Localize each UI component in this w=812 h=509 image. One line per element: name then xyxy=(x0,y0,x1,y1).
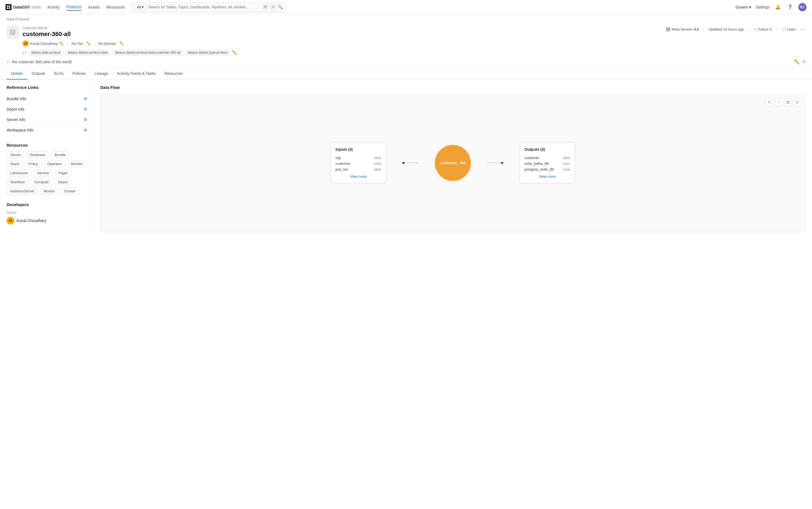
external-link-icon[interactable]: ⧉ xyxy=(84,117,87,122)
learn-button[interactable]: 📄 Learn xyxy=(781,27,796,31)
user-avatar[interactable]: KC xyxy=(798,3,807,11)
output-row-postgres: postgres_write_99 table xyxy=(525,166,570,172)
external-link-icon[interactable]: ⧉ xyxy=(84,107,87,111)
settings-link[interactable]: Settings xyxy=(755,4,770,10)
follow-button[interactable]: ☆ Follow 2 xyxy=(754,27,772,31)
connector-line-right xyxy=(487,163,501,163)
owner-avatar: 🎮 xyxy=(23,40,29,46)
description-actions: ✏️ ⧉ xyxy=(794,59,805,64)
logo[interactable]: DataOS® metis xyxy=(5,4,41,10)
svg-rect-3 xyxy=(9,7,10,9)
copy-icon[interactable]: ⧉ xyxy=(802,59,805,64)
more-options-button[interactable]: ⋯ xyxy=(801,26,805,32)
help-icon[interactable]: ❓ xyxy=(786,3,794,11)
expand-button[interactable]: ⤢ xyxy=(793,98,801,106)
edit-domain-icon[interactable]: ✏️ xyxy=(120,41,124,46)
output-row-customer: customer table xyxy=(525,155,570,161)
resource-bundle[interactable]: Bundle xyxy=(51,151,69,158)
output-postgres-name: postgres_write_99 xyxy=(525,167,554,171)
external-link-icon[interactable]: ⧉ xyxy=(84,128,87,132)
breadcrumb-link[interactable]: Data Products xyxy=(7,17,29,21)
govern-button[interactable]: Govern ▾ xyxy=(736,5,751,9)
outputs-view-more[interactable]: View more xyxy=(525,174,570,178)
canvas-controls: + − ⊡ ⤢ xyxy=(766,98,801,106)
output-customer-type: table xyxy=(563,156,570,160)
tag-0[interactable]: dataos.data-product xyxy=(29,50,63,55)
topnav-right: Govern ▾ Settings 🔔 ❓ KC xyxy=(736,3,807,11)
tag-2[interactable]: dataos.dataos:product:data:customer-360-… xyxy=(113,50,183,55)
search-input[interactable] xyxy=(149,5,260,9)
input-city-type: table xyxy=(374,156,381,160)
tag-1[interactable]: dataos.dataos:product:data xyxy=(65,50,110,55)
resource-worker[interactable]: Worker xyxy=(40,188,59,195)
nav-links: Activity Products Assets Resources xyxy=(48,4,125,11)
meta-icon: 🔢 xyxy=(666,27,670,31)
resource-database[interactable]: Database xyxy=(26,151,49,158)
page-title: customer-360-all xyxy=(23,31,71,38)
resource-cluster[interactable]: Cluster xyxy=(61,188,79,195)
tab-details[interactable]: Details xyxy=(7,68,27,79)
resource-monitor[interactable]: Monitor xyxy=(67,160,87,167)
depot-info-link[interactable]: Depot Info ⧉ xyxy=(7,104,87,114)
outputs-title: Outputs (4) xyxy=(525,147,570,151)
external-link-icon[interactable]: ⧉ xyxy=(84,96,87,101)
tabs-bar: Details Outputs SLOs Policies Lineage Ac… xyxy=(0,68,812,79)
resource-compute[interactable]: Compute xyxy=(31,178,52,185)
logo-icon xyxy=(5,4,11,10)
nav-assets[interactable]: Assets xyxy=(88,4,100,10)
tab-outputs[interactable]: Outputs xyxy=(27,68,50,79)
resource-workflow[interactable]: Workflow xyxy=(7,178,28,185)
top-navigation: DataOS® metis Activity Products Assets R… xyxy=(0,0,812,14)
notifications-icon[interactable]: 🔔 xyxy=(774,3,782,11)
tab-activity-feeds[interactable]: Activity Feeds & Tasks xyxy=(113,68,160,79)
resource-instancesecret[interactable]: InstanceSecret xyxy=(7,188,38,195)
owner-row: 🎮 Kunal Choudhary xyxy=(7,217,87,225)
workspace-info-link[interactable]: Workspace Info ⧉ xyxy=(7,125,87,135)
resource-stack[interactable]: Stack xyxy=(7,160,23,167)
output-kafka-type: topic xyxy=(563,162,570,166)
search-box: All ▾ ⌘ ✕ 🔍 xyxy=(131,2,286,12)
tab-lineage[interactable]: Lineage xyxy=(90,68,113,79)
edit-tags-icon[interactable]: ✏️ xyxy=(232,50,237,55)
resource-operator[interactable]: Operator xyxy=(44,160,65,167)
connector-line-left xyxy=(405,163,418,163)
fit-view-button[interactable]: ⊡ xyxy=(784,98,792,106)
resource-secret[interactable]: Secret xyxy=(7,151,24,158)
output-postgres-type: table xyxy=(563,168,570,171)
tab-policies[interactable]: Policies xyxy=(68,68,90,79)
search-filter-dropdown[interactable]: All ▾ xyxy=(134,4,146,10)
resource-lakehouse[interactable]: Lakehouse xyxy=(7,169,31,176)
edit-owner-icon[interactable]: ✏️ xyxy=(60,41,64,46)
zoom-in-button[interactable]: + xyxy=(766,98,773,106)
tab-slos[interactable]: SLOs xyxy=(50,68,68,79)
tab-resources[interactable]: Resources xyxy=(160,68,187,79)
reference-links-section: Reference Links Bundle Info ⧉ Depot Info… xyxy=(7,85,87,135)
resource-service[interactable]: Service xyxy=(34,169,53,176)
edit-tier-icon[interactable]: ✏️ xyxy=(87,41,91,46)
divider3: | xyxy=(776,27,777,31)
meta-row: 🎮 Kunal Choudhary ✏️ | No Tier ✏️ | No D… xyxy=(0,38,812,48)
star-icon: ☆ xyxy=(754,27,757,31)
nav-activity[interactable]: Activity xyxy=(48,4,60,10)
search-icon[interactable]: 🔍 xyxy=(278,5,283,9)
zoom-out-button[interactable]: − xyxy=(775,98,783,106)
inputs-node: Inputs (4) city table customer table pos… xyxy=(331,142,386,183)
page-header-right: 🔢 Meta Version 0.2 | Updated 19 hours ag… xyxy=(666,26,805,32)
left-panel: Reference Links Bundle Info ⧉ Depot Info… xyxy=(0,79,94,237)
tag-3[interactable]: dataos.dataos:type:product xyxy=(185,50,230,55)
logo-sub: metis xyxy=(32,5,41,9)
resource-pager[interactable]: Pager xyxy=(55,169,72,176)
secret-info-link[interactable]: Secret Info ⧉ xyxy=(7,114,87,125)
list-icon: ≡ xyxy=(7,60,9,64)
breadcrumb: Data Products xyxy=(0,14,812,24)
resource-depot[interactable]: Depot xyxy=(55,178,71,185)
resource-policy[interactable]: Policy xyxy=(25,160,42,167)
description-row: ≡ the customer 360 view of the world ✏️ … xyxy=(0,58,812,68)
bundle-info-link[interactable]: Bundle Info ⧉ xyxy=(7,94,87,104)
inputs-view-more[interactable]: View more xyxy=(336,174,381,178)
svg-rect-0 xyxy=(7,5,8,7)
input-row-city: city table xyxy=(336,155,381,161)
nav-resources[interactable]: Resources xyxy=(106,4,125,10)
nav-products[interactable]: Products xyxy=(66,4,82,11)
edit-description-icon[interactable]: ✏️ xyxy=(794,59,800,64)
